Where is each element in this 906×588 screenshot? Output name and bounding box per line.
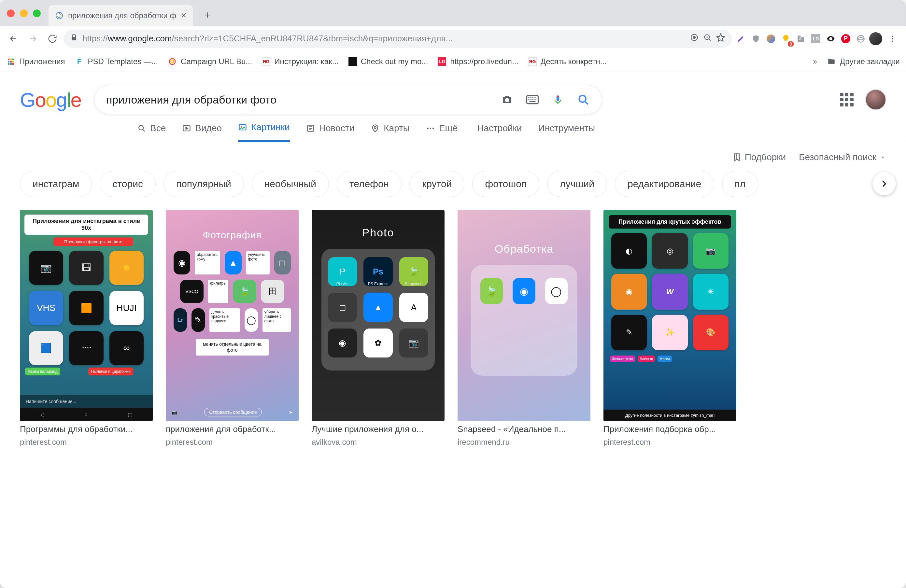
thumb-banner: Приложения для инстаграма в стиле 90х [24, 215, 148, 235]
minimize-window-button[interactable] [20, 10, 28, 17]
reader-icon[interactable] [690, 33, 699, 44]
chip[interactable]: необычный [252, 171, 329, 197]
filter-chips-row: инстаграм сторис популярный необычный те… [0, 163, 906, 200]
chip[interactable]: редактирование [615, 171, 714, 197]
result-title: Snapseed - «Идеальное п... [458, 424, 590, 434]
svg-point-19 [171, 60, 174, 63]
extension-ld-icon[interactable]: LD [809, 32, 822, 45]
thumb-tag: Блёстки [638, 355, 655, 362]
tab-all[interactable]: Все [137, 123, 166, 141]
browser-tab[interactable]: приложения для обработки ф ✕ [48, 5, 193, 26]
reload-button[interactable] [44, 30, 61, 47]
window-controls [7, 10, 41, 17]
extension-eye-icon[interactable] [824, 32, 837, 45]
result-title: Программы для обработки... [20, 424, 153, 434]
result-thumbnail[interactable]: Обработка 🍃 ◉ ◯ [458, 210, 590, 421]
result-card[interactable]: Фотография ◉ обработать кожу ▲ улучшить … [166, 210, 298, 447]
result-thumbnail[interactable]: Photo PPicsArt PsPS Express 🍃Snapseed ◻ … [312, 210, 445, 421]
bookmark-apps[interactable]: Приложения [6, 57, 65, 66]
extension-lamp-icon[interactable]: 3 [779, 32, 792, 45]
chip[interactable]: лучший [547, 171, 607, 197]
extension-misc-icon[interactable] [854, 32, 867, 45]
extension-translate-icon[interactable]: 文 [794, 32, 807, 45]
thumb-note: менять отдельные цвета на фото [196, 339, 269, 355]
thumb-header: Обработка [458, 242, 590, 255]
bookmark-instruction[interactable]: ЯG Инструкция: как... [262, 57, 338, 66]
back-button[interactable] [5, 30, 22, 47]
chip[interactable]: крутой [409, 171, 464, 197]
star-icon[interactable] [716, 33, 725, 44]
profile-avatar-small[interactable] [869, 32, 882, 45]
extension-similarweb-icon[interactable] [764, 32, 777, 45]
result-thumbnail[interactable]: Приложения для крутых эффектов ◐ ◎ 📷 ◉ W… [603, 210, 736, 421]
google-apps-button[interactable] [840, 93, 853, 107]
tab-more[interactable]: Ещё [426, 123, 458, 141]
google-logo[interactable]: Google [20, 88, 81, 112]
tab-maps[interactable]: Карты [371, 123, 410, 141]
tab-images[interactable]: Картинки [238, 122, 290, 142]
result-source: pinterest.com [166, 438, 298, 447]
collections-button[interactable]: Подборки [732, 152, 786, 163]
chip[interactable]: телефон [337, 171, 402, 197]
lock-icon [70, 33, 78, 44]
chip[interactable]: инстаграм [20, 171, 92, 197]
dark-icon [348, 57, 357, 66]
result-title: Лучшие приложения для о... [312, 424, 445, 434]
browser-menu-button[interactable] [884, 30, 901, 47]
search-by-image-icon[interactable] [500, 93, 514, 107]
bookmark-label: Приложения [19, 57, 65, 66]
bookmark-checkout[interactable]: Check out my mo... [348, 57, 428, 66]
new-tab-button[interactable]: + [201, 8, 214, 21]
chip[interactable]: пл [722, 171, 758, 197]
svg-rect-13 [10, 61, 12, 62]
other-bookmarks[interactable]: Другие закладки [827, 57, 900, 66]
thumb-tag: Рамки палароид [25, 368, 60, 375]
thumb-header: Фотография [166, 229, 298, 241]
extension-pen-icon[interactable] [734, 32, 747, 45]
bookmark-ten[interactable]: ЯG Десять конкретн... [528, 57, 607, 66]
bookmark-campaign[interactable]: Campaign URL Bu... [168, 57, 252, 66]
voice-search-icon[interactable] [551, 93, 565, 107]
forward-button[interactable] [24, 30, 41, 47]
zoom-icon[interactable] [703, 33, 711, 44]
result-card[interactable]: Photo PPicsArt PsPS Express 🍃Snapseed ◻ … [312, 210, 445, 447]
result-card[interactable]: Обработка 🍃 ◉ ◯ Snapseed - «Идеальное п.… [458, 210, 590, 447]
bookmarks-overflow[interactable]: » [813, 57, 817, 66]
svg-point-37 [427, 127, 429, 129]
bookmark-psd[interactable]: F PSD Templates —... [75, 57, 158, 66]
chips-scroll-right-button[interactable] [873, 172, 896, 195]
tab-settings[interactable]: Настройки [477, 123, 522, 141]
search-icon[interactable] [576, 93, 590, 107]
search-box[interactable] [94, 85, 602, 114]
safesearch-dropdown[interactable]: Безопасный поиск [799, 152, 886, 163]
result-card[interactable]: Приложения для крутых эффектов ◐ ◎ 📷 ◉ W… [603, 210, 736, 447]
svg-rect-16 [10, 63, 12, 65]
tab-label: Настройки [477, 123, 522, 134]
safesearch-label: Безопасный поиск [799, 152, 876, 163]
keyboard-icon[interactable] [526, 93, 539, 107]
tab-videos[interactable]: Видео [182, 123, 222, 141]
maximize-window-button[interactable] [33, 10, 41, 17]
chip[interactable]: сторис [100, 171, 156, 197]
account-avatar[interactable] [865, 89, 886, 110]
svg-point-2 [693, 37, 695, 39]
extension-pinterest-icon[interactable]: P [839, 32, 852, 45]
close-window-button[interactable] [7, 10, 14, 17]
svg-rect-22 [531, 97, 531, 98]
search-input[interactable] [106, 94, 488, 106]
chip[interactable]: фотошоп [472, 171, 539, 197]
result-thumbnail[interactable]: Приложения для инстаграма в стиле 90х Пл… [20, 210, 153, 421]
result-thumbnail[interactable]: Фотография ◉ обработать кожу ▲ улучшить … [166, 210, 298, 421]
bookmark-livedune[interactable]: LD https://pro.livedun... [438, 57, 518, 66]
svg-point-38 [430, 127, 432, 129]
result-card[interactable]: Приложения для инстаграма в стиле 90х Пл… [20, 210, 153, 447]
collections-label: Подборки [745, 152, 786, 163]
close-tab-icon[interactable]: ✕ [181, 11, 187, 20]
extension-shield-icon[interactable] [750, 32, 762, 45]
svg-point-34 [241, 126, 242, 127]
tab-news[interactable]: Новости [306, 123, 354, 141]
chip[interactable]: популярный [163, 171, 244, 197]
address-bar[interactable]: https://www.google.com/search?rlz=1C5CHF… [64, 30, 732, 48]
tab-tools[interactable]: Инструменты [538, 123, 595, 141]
svg-point-6 [892, 35, 893, 37]
